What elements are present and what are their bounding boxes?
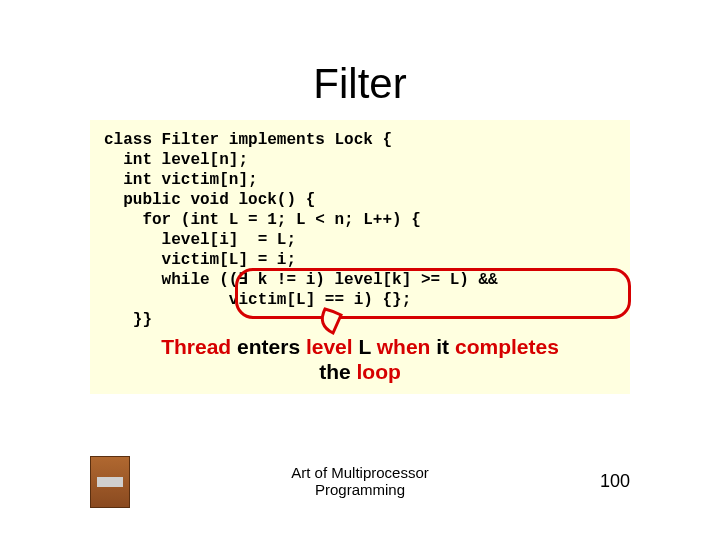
code-line: int level[n]; <box>104 151 248 169</box>
code-line: k != i) level[k] >= L) && <box>248 271 498 289</box>
footer-line: Programming <box>315 481 405 498</box>
code-line: for (int L = 1; L < n; L++) { <box>104 211 421 229</box>
caption: Thread enters level L when it completes … <box>104 334 616 384</box>
code-line: while (( <box>104 271 238 289</box>
page-number: 100 <box>600 471 630 492</box>
slide-title: Filter <box>0 60 720 108</box>
code-line: int victim[n]; <box>104 171 258 189</box>
cap-word: it <box>436 335 449 358</box>
cap-word: loop <box>357 360 401 383</box>
code-line: class Filter implements Lock { <box>104 131 392 149</box>
code-line: victim[L] = i; <box>104 251 296 269</box>
code-line: public void lock() { <box>104 191 315 209</box>
cap-word: L <box>358 335 370 358</box>
cap-word: Thread <box>161 335 231 358</box>
code-line: victim[L] == i) {}; <box>104 291 411 309</box>
cap-word: completes <box>455 335 559 358</box>
code-content: class Filter implements Lock { int level… <box>104 130 616 330</box>
code-line: level[i] = L; <box>104 231 296 249</box>
cap-word: when <box>377 335 431 358</box>
cap-word: level <box>306 335 353 358</box>
exists-symbol: ∃ <box>238 271 248 289</box>
code-line: }} <box>104 311 152 329</box>
code-block: class Filter implements Lock { int level… <box>90 120 630 394</box>
cap-word: enters <box>237 335 300 358</box>
footer: Art of Multiprocessor Programming 100 <box>0 456 720 516</box>
footer-line: Art of Multiprocessor <box>291 464 429 481</box>
cap-word: the <box>319 360 351 383</box>
